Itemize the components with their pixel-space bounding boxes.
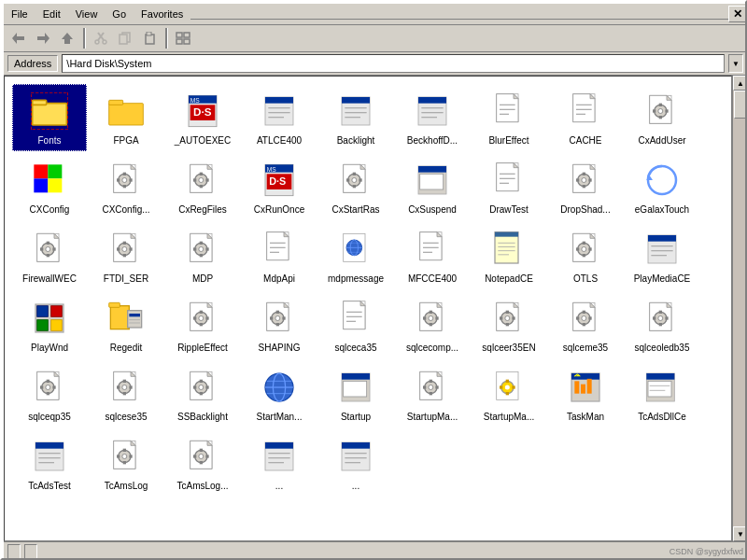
svg-rect-259 (47, 392, 49, 395)
file-item-playwnd[interactable]: PlayWnd (12, 291, 87, 358)
file-item-ftdi[interactable]: FTDI_SER (89, 222, 163, 289)
file-item-tcamslogd[interactable]: TcAmsLog... (165, 429, 240, 497)
svg-rect-269 (117, 385, 120, 388)
file-item-drawtest[interactable]: DrawTest (472, 153, 546, 220)
back-button[interactable] (7, 27, 30, 49)
vertical-scrollbar[interactable]: ▲ ▼ (732, 76, 747, 541)
file-label-cxregfiles: CxRegFiles (178, 204, 227, 216)
forward-button[interactable] (32, 27, 54, 49)
file-item-egalaxtouch[interactable]: eGalaxTouch (625, 153, 699, 220)
file-item-shaping[interactable]: SHAPING (242, 291, 317, 358)
copy-button[interactable] (114, 27, 136, 49)
file-item-beckhoffd[interactable]: BeckhoffD... (395, 84, 470, 151)
file-item-blureffect[interactable]: BlurEffect (472, 84, 546, 151)
svg-rect-8 (120, 35, 127, 44)
address-dropdown-button[interactable]: ▼ (728, 54, 743, 73)
file-item-cache[interactable]: CACHE (548, 84, 623, 151)
file-item-atlce400[interactable]: ATLCE400 (242, 84, 317, 151)
svg-point-230 (505, 316, 510, 321)
file-item-startman[interactable]: StartMan... (242, 360, 317, 427)
cut-button[interactable] (90, 27, 112, 49)
file-item-dropshad[interactable]: DropShad... (548, 153, 623, 220)
file-item-sqlceme35[interactable]: sqlceme35 (548, 291, 623, 358)
scroll-up-button[interactable]: ▲ (733, 76, 747, 91)
file-item-sqlceoledb35[interactable]: sqlceoledb35 (625, 291, 699, 358)
file-item-sqlceqp35[interactable]: sqlceqp35 (12, 360, 87, 427)
svg-rect-19 (109, 100, 123, 105)
close-button[interactable]: ✕ (728, 6, 747, 22)
svg-text:D·S: D·S (269, 175, 286, 187)
file-item-playmediac[interactable]: PlayMediaCE (625, 222, 699, 289)
file-view[interactable]: Fonts FPGA MS D·S _AUTOEXEC ATLCE400 Bac… (4, 76, 732, 541)
svg-rect-12 (184, 33, 190, 37)
file-icon-taskman (563, 365, 608, 410)
file-item-tcadsdllce[interactable]: TcAdsDllCe (625, 360, 699, 427)
up-button[interactable] (56, 27, 78, 49)
svg-point-248 (658, 316, 663, 321)
file-label-tcamslogd: TcAmsLog... (176, 481, 228, 492)
file-item-startupma1[interactable]: StartupMa... (395, 360, 470, 427)
file-label-ftdi: FTDI_SER (104, 273, 148, 285)
file-item-autoexec[interactable]: MS D·S _AUTOEXEC (165, 84, 240, 151)
file-item-startup[interactable]: Startup (318, 360, 393, 427)
file-item-firewallwec[interactable]: FirewallWEC (12, 222, 87, 289)
file-item-mdpmessage[interactable]: mdpmessage (318, 222, 393, 289)
file-item-ssbacklight[interactable]: SSBacklight (165, 360, 240, 427)
file-item-cxconfig[interactable]: CXConfig (12, 153, 87, 220)
file-item-cxadduser[interactable]: CxAddUser (625, 84, 699, 151)
file-item-backlight[interactable]: Backlight (318, 84, 393, 151)
views-button[interactable] (172, 27, 194, 49)
file-item-sqlceca35[interactable]: sqlceca35 (318, 291, 393, 358)
scroll-thumb[interactable] (734, 91, 747, 119)
file-item-startupma2[interactable]: StartupMa... (472, 360, 546, 427)
svg-rect-36 (418, 97, 446, 104)
file-item-tcamslog[interactable]: TcAmsLog (89, 429, 163, 497)
menu-edit[interactable]: Edit (35, 7, 68, 21)
file-item-cxsuspend[interactable]: CxSuspend (395, 153, 470, 220)
menu-go[interactable]: Go (105, 7, 134, 21)
file-item-otls[interactable]: OTLS (548, 222, 623, 289)
file-item-taskman[interactable]: TaskMan (548, 360, 623, 427)
file-item-cxconfigd[interactable]: CXConfig... (89, 153, 163, 220)
file-item-cxrunonce[interactable]: MS D·S CxRunOnce (242, 153, 317, 220)
scroll-down-button[interactable]: ▼ (733, 526, 747, 541)
file-item-fpga[interactable]: FPGA (89, 84, 163, 151)
svg-rect-73 (129, 178, 132, 181)
file-item-mfcce400[interactable]: MFCCE400 (395, 222, 470, 289)
file-item-more1[interactable]: ... (242, 429, 317, 497)
scroll-track[interactable] (733, 91, 747, 526)
file-item-mdp[interactable]: MDP (165, 222, 240, 289)
svg-rect-122 (47, 242, 49, 245)
file-label-autoexec: _AUTOEXEC (175, 135, 231, 147)
svg-rect-123 (47, 254, 49, 257)
file-item-rippleeffect[interactable]: RippleEffect (165, 291, 240, 358)
file-item-fonts[interactable]: Fonts (12, 84, 87, 151)
svg-rect-208 (276, 323, 279, 326)
file-icon-playwnd (27, 296, 72, 341)
file-item-mdpapi[interactable]: MdpApi (242, 222, 317, 289)
file-item-sqlceer35en[interactable]: sqlceer35EN (472, 291, 546, 358)
file-label-tcadsdllce: TcAdsDllCe (638, 412, 686, 423)
menu-view[interactable]: View (68, 7, 106, 21)
file-item-cxstartras[interactable]: CxStartRas (318, 153, 393, 220)
address-input[interactable] (62, 54, 725, 73)
menu-file[interactable]: File (4, 7, 35, 21)
file-item-sqlcese35[interactable]: sqlcese35 (89, 360, 163, 427)
file-item-cxregfiles[interactable]: CxRegFiles (165, 153, 240, 220)
svg-point-56 (658, 109, 663, 114)
file-item-notepadce[interactable]: NotepadCE (472, 222, 546, 289)
file-label-shaping: SHAPING (258, 343, 300, 354)
svg-rect-98 (418, 166, 446, 173)
file-icon-shaping (257, 296, 302, 341)
svg-point-121 (46, 247, 50, 252)
paste-button[interactable] (138, 27, 161, 49)
file-item-regedit[interactable]: Regedit (89, 291, 163, 358)
file-item-sqlcecomp[interactable]: sqlcecomp... (395, 291, 470, 358)
file-icon-mfcce400 (410, 227, 455, 272)
file-item-tcadstest[interactable]: TcAdsTest (12, 429, 87, 497)
svg-point-110 (582, 178, 586, 183)
svg-rect-317 (35, 442, 63, 449)
file-item-more2[interactable]: ... (318, 429, 393, 497)
menu-favorites[interactable]: Favorites (134, 7, 190, 21)
file-icon-sqlcecomp (410, 296, 455, 341)
